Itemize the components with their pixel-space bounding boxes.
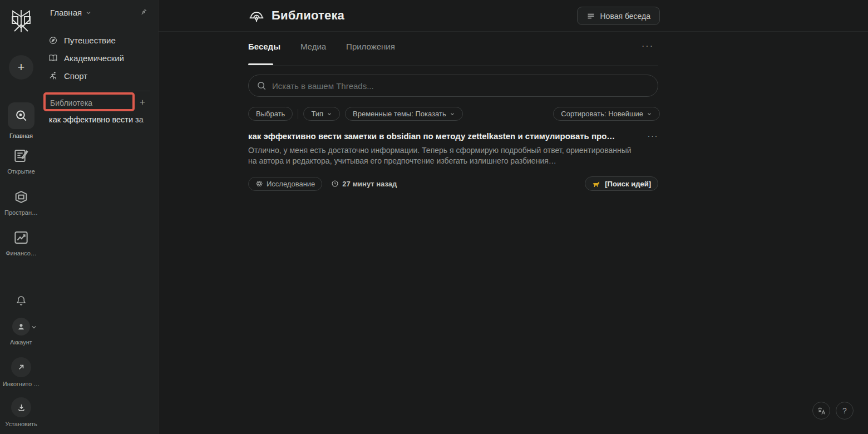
rail-label-spaces: Простран… <box>4 209 38 216</box>
new-thread-button[interactable]: Новая беседа <box>577 7 660 25</box>
temporary-topics-dropdown[interactable]: Временные темы: Показать <box>345 107 463 121</box>
finance-chart-icon <box>12 229 30 246</box>
panel-title: Главная <box>50 8 82 17</box>
tab-apps[interactable]: Приложения <box>346 42 395 51</box>
clock-icon <box>331 180 339 188</box>
sidebar-item-finance[interactable]: Финансо… <box>0 229 42 257</box>
tab-media[interactable]: Медиа <box>300 42 326 51</box>
translate-button[interactable] <box>812 402 830 420</box>
sidebar-item-spaces[interactable]: Простран… <box>0 188 42 216</box>
account-button[interactable]: Аккаунт <box>0 318 42 346</box>
sidebar-panel: Главная Путешествие Академический Спорт <box>42 0 159 434</box>
divider <box>47 91 150 91</box>
temporary-topics-label: Временные темы: Показать <box>353 110 446 118</box>
chevron-down-icon <box>647 111 652 117</box>
library-search <box>248 75 658 97</box>
icon-rail: + Главная Открытие Простран… <box>0 0 42 434</box>
library-icon <box>248 8 265 23</box>
space-label-sport: Спорт <box>64 71 87 81</box>
space-tag-label: [Поиск идей] <box>605 180 651 188</box>
thread-title[interactable]: как эффективно вести заметки в obsidian … <box>248 131 615 141</box>
sidebar-item-home[interactable]: Главная <box>0 102 42 139</box>
tabs-divider <box>248 65 658 66</box>
thread-meta-row: Исследование 27 минут назад [Поиск идей] <box>248 176 658 191</box>
goat-icon <box>592 180 601 188</box>
select-button[interactable]: Выбрать <box>248 107 293 121</box>
space-label-travel: Путешествие <box>64 36 116 45</box>
pin-icon[interactable] <box>139 8 148 17</box>
type-filter-label: Тип <box>311 110 323 118</box>
arrow-up-right-icon <box>11 357 31 377</box>
add-thread-button[interactable]: + <box>137 97 148 108</box>
chevron-down-icon <box>327 111 332 117</box>
sidebar-item-discover[interactable]: Открытие <box>0 147 42 175</box>
sidebar-item-library[interactable]: Библиотека <box>50 98 92 107</box>
chevron-down-icon <box>450 111 455 117</box>
incognito-button[interactable]: Инкогнито … <box>0 357 42 387</box>
bell-icon <box>14 294 28 308</box>
timestamp-label: 27 минут назад <box>342 180 397 188</box>
thread-menu-button[interactable]: ··· <box>648 131 659 140</box>
thread-snippet: Отлично, у меня есть достаточно информац… <box>248 145 638 166</box>
install-button[interactable]: Установить <box>0 397 42 427</box>
filter-row: Выбрать Тип Временные темы: Показать <box>248 107 463 121</box>
tab-threads[interactable]: Беседы <box>248 42 280 51</box>
active-tab-underline <box>248 63 273 65</box>
rail-label-discover: Открытие <box>7 168 35 175</box>
panel-title-dropdown[interactable]: Главная <box>50 8 92 17</box>
sidebar-item-sport[interactable]: Спорт <box>48 71 87 81</box>
rail-label-install: Установить <box>5 421 37 427</box>
research-badge: Исследование <box>248 177 322 191</box>
compass-icon <box>48 35 58 46</box>
help-button[interactable]: ? <box>836 402 854 420</box>
research-badge-label: Исследование <box>267 180 315 188</box>
help-label: ? <box>842 406 847 415</box>
divider <box>298 109 298 119</box>
sidebar-thread-preview[interactable]: как эффективно вести за <box>49 115 159 124</box>
tabs-more-button[interactable]: ··· <box>642 41 654 51</box>
translate-icon <box>817 406 826 416</box>
download-icon <box>11 397 31 417</box>
main-header: Библиотека Новая беседа <box>159 0 868 32</box>
newspaper-icon <box>12 147 30 165</box>
account-chevron-icon <box>31 324 37 331</box>
book-icon <box>48 53 58 63</box>
space-label-academic: Академический <box>64 53 124 63</box>
compose-icon <box>586 12 595 21</box>
person-icon <box>16 322 26 332</box>
rail-label-finance: Финансо… <box>6 250 37 257</box>
chevron-down-icon <box>85 9 92 16</box>
runner-icon <box>48 71 58 81</box>
main-content: Библиотека Новая беседа Беседы Медиа При… <box>159 0 868 434</box>
sidebar-item-academic[interactable]: Академический <box>48 53 124 63</box>
library-tabs: Беседы Медиа Приложения <box>248 42 395 51</box>
home-search-icon <box>8 102 34 129</box>
research-icon <box>255 180 263 188</box>
sort-dropdown[interactable]: Сортировать: Новейшие <box>553 107 660 121</box>
rail-label-incognito: Инкогнито … <box>3 381 40 387</box>
spaces-icon <box>12 188 30 206</box>
rail-label-home: Главная <box>9 132 33 139</box>
search-input[interactable] <box>272 81 650 91</box>
rail-label-account: Аккаунт <box>10 339 32 346</box>
plus-icon: + <box>140 97 145 108</box>
sort-label: Сортировать: Новейшие <box>561 110 643 118</box>
sidebar-item-travel[interactable]: Путешествие <box>48 35 116 46</box>
thread-list-item[interactable]: как эффективно вести заметки в obsidian … <box>248 131 658 191</box>
new-thread-label: Новая беседа <box>600 12 650 21</box>
search-icon <box>257 81 267 91</box>
new-thread-quick-button[interactable]: + <box>9 55 33 80</box>
type-filter-dropdown[interactable]: Тип <box>303 107 340 121</box>
thread-timestamp: 27 минут назад <box>331 180 397 188</box>
page-title: Библиотека <box>272 8 344 23</box>
perplexity-logo[interactable] <box>10 8 32 34</box>
space-tag-pill[interactable]: [Поиск идей] <box>585 176 658 191</box>
plus-icon: + <box>18 60 25 75</box>
select-label: Выбрать <box>256 110 285 118</box>
notifications-button[interactable] <box>14 294 28 308</box>
avatar <box>12 318 30 336</box>
